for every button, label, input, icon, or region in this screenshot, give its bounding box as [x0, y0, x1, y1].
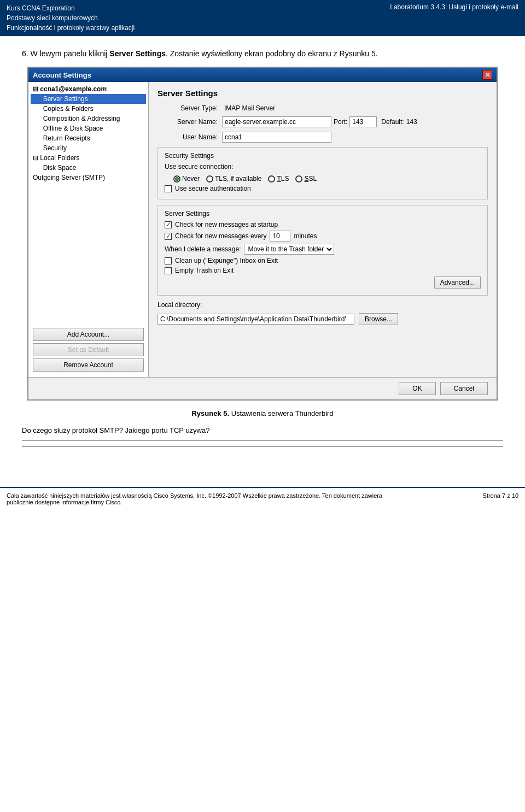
use-secure-label-row: Use secure connection:: [165, 163, 481, 170]
ok-button[interactable]: OK: [399, 382, 435, 395]
tree-item-offline-disk[interactable]: Offline & Disk Space: [31, 123, 146, 133]
account-settings-dialog: Account Settings ✕ ⊟ ccna1@example.com S…: [27, 67, 498, 401]
server-name-row: Server Name: Port: Default: 143: [158, 116, 488, 127]
local-directory-input[interactable]: [158, 314, 354, 325]
tree-item-ccna1[interactable]: ⊟ ccna1@example.com: [31, 84, 146, 94]
page-header: Kurs CCNA Exploration Podstawy sieci kom…: [0, 0, 525, 36]
radio-tls-label: TLS: [277, 175, 289, 183]
local-directory-label: Local directory:: [158, 301, 488, 309]
port-input[interactable]: [349, 116, 377, 127]
security-settings-title: Security Settings: [165, 152, 481, 160]
user-name-label: User Name:: [158, 133, 218, 141]
local-directory-section: Local directory: Browse...: [158, 301, 488, 325]
server-settings-group-title: Server Settings: [165, 210, 481, 217]
cancel-button[interactable]: Cancel: [440, 382, 488, 395]
line1: [22, 440, 503, 440]
tree-item-local-folders[interactable]: ⊟ Local Folders: [31, 153, 146, 163]
server-settings-group: Server Settings Check for new messages a…: [158, 205, 488, 296]
cleanup-row: Clean up ("Expunge") Inbox on Exit: [165, 257, 481, 264]
tree-item-server-settings[interactable]: Server Settings: [31, 94, 146, 104]
right-panel-title: Server Settings: [158, 89, 488, 98]
server-type-value: IMAP Mail Server: [224, 104, 275, 112]
check-startup-row: Check for new messages at startup: [165, 221, 481, 228]
left-panel-buttons: Add Account... Set as Default Remove Acc…: [31, 325, 146, 375]
empty-trash-checkbox[interactable]: [165, 267, 172, 274]
radio-tls-available-label: TLS, if available: [215, 175, 261, 183]
use-secure-connection-label: Use secure connection:: [165, 163, 233, 170]
radio-ssl[interactable]: SSL: [295, 175, 317, 183]
footer-left: Cała zawartość niniejszych materiałów je…: [7, 492, 382, 505]
dialog-titlebar: Account Settings ✕: [28, 68, 497, 82]
check-interval-checkbox[interactable]: [165, 233, 172, 240]
remove-account-button[interactable]: Remove Account: [33, 358, 144, 372]
empty-trash-row: Empty Trash on Exit: [165, 267, 481, 274]
check-startup-checkbox[interactable]: [165, 221, 172, 228]
advanced-row: Advanced...: [165, 276, 481, 289]
set-default-button[interactable]: Set as Default: [33, 343, 144, 356]
browse-button[interactable]: Browse...: [359, 313, 398, 325]
delete-msg-row: When I delete a message: Move it to the …: [165, 244, 481, 255]
radio-tls[interactable]: TLS: [268, 175, 289, 183]
figure-caption: Rysunek 5. Ustawienia serwera Thunderbir…: [22, 409, 503, 417]
check-interval-input[interactable]: [270, 231, 290, 242]
user-name-row: User Name:: [158, 132, 488, 143]
page-footer: Cała zawartość niniejszych materiałów je…: [0, 487, 525, 510]
radio-never-label: Never: [182, 175, 200, 183]
dialog-bottom: OK Cancel: [28, 377, 497, 399]
empty-trash-label: Empty Trash on Exit: [175, 267, 234, 274]
radio-ssl-icon: [295, 175, 302, 183]
section6-text: 6. W lewym panelu kliknij Server Setting…: [22, 49, 503, 58]
secure-connection-options: Never TLS, if available TLS SSL: [173, 175, 481, 183]
delete-msg-select[interactable]: Move it to the Trash folder: [244, 244, 334, 255]
main-content: 6. W lewym panelu kliknij Server Setting…: [0, 36, 525, 465]
user-name-input[interactable]: [222, 132, 331, 143]
check-interval-unit: minutes: [294, 232, 317, 240]
radio-ssl-label: SSL: [304, 175, 317, 183]
radio-tls-available-icon: [206, 175, 213, 183]
check-startup-label: Check for new messages at startup: [175, 221, 278, 228]
secure-auth-row: Use secure authentication: [165, 185, 481, 192]
header-title: Kurs CCNA Exploration Podstawy sieci kom…: [7, 3, 135, 33]
cleanup-label: Clean up ("Expunge") Inbox on Exit: [175, 257, 278, 264]
secure-auth-checkbox[interactable]: [165, 185, 172, 192]
radio-never-icon: [173, 175, 180, 183]
tree-item-comp-addressing[interactable]: Composition & Addressing: [31, 114, 146, 123]
port-label: Port:: [334, 118, 347, 126]
server-name-label: Server Name:: [158, 118, 218, 126]
delete-msg-label: When I delete a message:: [165, 245, 241, 253]
local-directory-row: Browse...: [158, 313, 488, 325]
tree-item-disk-space[interactable]: Disk Space: [31, 163, 146, 173]
line2: [22, 446, 503, 446]
footer-right: Strona 7 z 10: [483, 492, 518, 505]
tree-item-return-receipts[interactable]: Return Receipts: [31, 133, 146, 143]
tree-item-outgoing-smtp[interactable]: Outgoing Server (SMTP): [31, 173, 146, 183]
dialog-body: ⊟ ccna1@example.com Server Settings Copi…: [28, 82, 497, 377]
check-interval-label: Check for new messages every: [175, 232, 266, 240]
radio-never[interactable]: Never: [173, 175, 200, 183]
right-panel: Server Settings Server Type: IMAP Mail S…: [149, 82, 497, 377]
server-name-input[interactable]: [222, 116, 331, 127]
advanced-button[interactable]: Advanced...: [434, 276, 481, 289]
default-label: Default:: [381, 118, 404, 126]
server-type-row: Server Type: IMAP Mail Server: [158, 104, 488, 112]
dialog-close-button[interactable]: ✕: [482, 70, 492, 80]
default-value: 143: [406, 118, 417, 126]
add-account-button[interactable]: Add Account...: [33, 328, 144, 341]
security-settings-group: Security Settings Use secure connection:…: [158, 147, 488, 199]
server-type-label: Server Type:: [158, 104, 218, 112]
check-interval-row: Check for new messages every minutes: [165, 231, 481, 242]
secure-auth-label: Use secure authentication: [175, 185, 251, 192]
account-tree: ⊟ ccna1@example.com Server Settings Copi…: [31, 84, 146, 325]
header-lab: Laboratorium 3.4.3: Usługi i protokoły e…: [390, 3, 518, 11]
cleanup-checkbox[interactable]: [165, 257, 172, 264]
tree-item-security[interactable]: Security: [31, 143, 146, 153]
tree-item-copies-folders[interactable]: Copies & Folders: [31, 104, 146, 114]
radio-tls-icon: [268, 175, 275, 183]
left-panel: ⊟ ccna1@example.com Server Settings Copi…: [28, 82, 149, 377]
radio-tls-available[interactable]: TLS, if available: [206, 175, 261, 183]
dialog-title: Account Settings: [33, 71, 91, 79]
question-text: Do czego służy protokół SMTP? Jakiego po…: [22, 426, 503, 434]
